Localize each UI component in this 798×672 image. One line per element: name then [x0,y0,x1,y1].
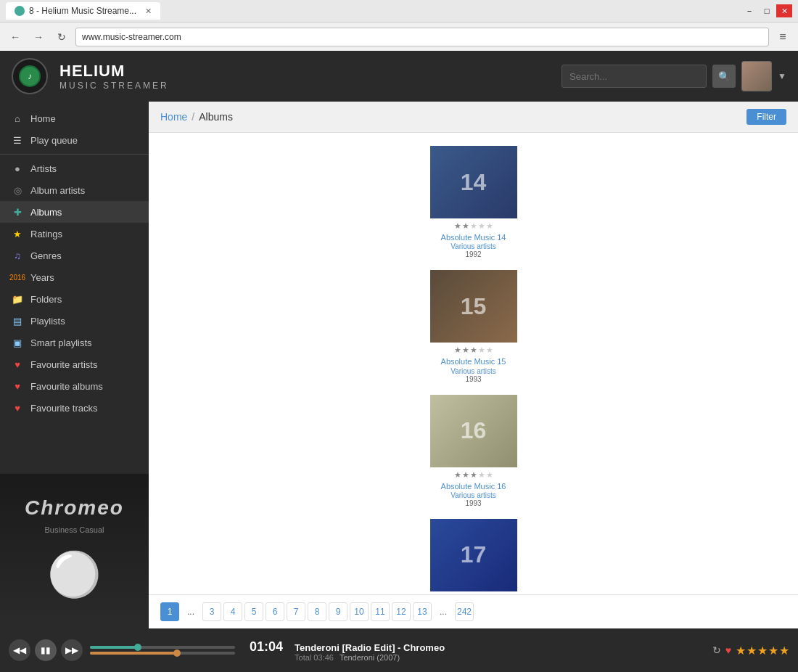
search-button[interactable]: 🔍 [712,65,736,88]
sidebar-item-smart-playlists[interactable]: ▣ Smart playlists [0,332,149,353]
progress-bar[interactable] [90,646,235,649]
sidebar-item-artists[interactable]: ● Artists [0,157,149,179]
album-card[interactable]: 17★★★★★Absolute Music 17Various artists1… [160,513,786,594]
home-icon: ⌂ [12,112,23,124]
page-button[interactable]: 1 [160,602,179,621]
volume-thumb [173,650,181,657]
sidebar-label-artists: Artists [30,163,57,174]
sidebar-item-years[interactable]: 2016 Years [0,266,149,288]
repeat-icon[interactable]: ↻ [712,644,721,656]
album-title[interactable]: Absolute Music 15 [441,356,506,366]
browser-menu-button[interactable]: ≡ [773,28,792,46]
sidebar-item-folders[interactable]: 📁 Folders [0,288,149,310]
tab-title: 8 - Helium Music Streame... [29,6,136,16]
player-star[interactable]: ★ [757,644,768,657]
page-button[interactable]: 6 [266,602,284,621]
track-time-total: Total 03:46 [295,653,334,662]
address-bar[interactable] [75,28,769,46]
player-controls: ◀◀ ▮▮ ▶▶ [9,639,83,661]
sidebar-item-genres[interactable]: ♫ Genres [0,245,149,266]
album-artist[interactable]: Various artists [451,242,496,250]
sidebar-item-album-artists[interactable]: ◎ Album artists [0,179,149,201]
next-button[interactable]: ▶▶ [61,639,83,661]
page-button[interactable]: 242 [455,602,474,621]
sidebar-item-play-queue[interactable]: ☰ Play queue [0,129,149,151]
track-sub: Tenderoni (2007) [340,653,400,662]
album-artists-icon: ◎ [12,184,23,196]
favourite-icon[interactable]: ♥ [725,644,731,656]
sidebar-item-favourite-tracks[interactable]: ♥ Favourite tracks [0,397,149,419]
player-star[interactable]: ★ [736,644,746,657]
album-card[interactable]: 15★★★★★Absolute Music 15Various artists1… [160,264,786,388]
fav-tracks-icon: ♥ [12,402,23,414]
tab-close-icon[interactable]: ✕ [145,7,152,16]
album-stars: ★★★★★ [454,470,493,480]
sidebar-item-ratings[interactable]: ★ Ratings [0,223,149,245]
player-star[interactable]: ★ [746,644,757,657]
album-stars: ★★★★★ [454,221,493,231]
restore-button[interactable]: □ [759,4,775,17]
sidebar-item-favourite-albums[interactable]: ♥ Favourite albums [0,375,149,397]
page-button[interactable]: 9 [329,602,347,621]
pause-button[interactable]: ▮▮ [35,639,57,661]
now-playing-thumb: Chromeo Business Casual ⚪ [0,474,149,623]
window-controls: − □ ✕ [741,4,792,17]
tab-favicon [15,6,25,16]
minimize-button[interactable]: − [741,4,757,17]
page-button[interactable]: 13 [413,602,432,621]
breadcrumb: Home / Albums [160,111,233,123]
fav-artists-icon: ♥ [12,358,23,370]
sidebar-label-fav-artists: Favourite artists [30,359,97,370]
page-button[interactable]: 8 [308,602,326,621]
track-name: Tenderoni [Radio Edit] - Chromeo [295,642,445,653]
sidebar: ⌂ Home ☰ Play queue ● Artists ◎ Album ar… [0,102,149,628]
page-button[interactable]: 4 [223,602,242,621]
page-button[interactable]: 7 [287,602,305,621]
track-time-current: 01:04 [250,639,283,655]
app-title-area: HELIUM MUSIC STREAMER [59,62,169,91]
page-button[interactable]: 10 [350,602,369,621]
player-star[interactable]: ★ [768,644,778,657]
logo-inner: ♪ [19,65,41,87]
progress-thumb [134,644,141,651]
breadcrumb-home[interactable]: Home [160,111,187,123]
page-button[interactable]: 12 [392,602,411,621]
years-icon: 2016 [12,271,23,283]
previous-button[interactable]: ◀◀ [9,639,30,661]
page-button[interactable]: 3 [202,602,221,621]
app-header: ♪ HELIUM MUSIC STREAMER 🔍 ▼ [0,51,798,102]
back-button[interactable]: ← [6,28,25,46]
albums-icon: ✚ [12,206,23,218]
album-year: 1992 [465,250,481,258]
sidebar-item-home[interactable]: ⌂ Home [0,107,149,129]
search-input[interactable] [562,65,707,88]
close-button[interactable]: ✕ [776,4,792,17]
player-star[interactable]: ★ [779,644,789,657]
breadcrumb-separator: / [192,111,194,123]
progress-fill [90,646,138,649]
page-button[interactable]: 11 [371,602,390,621]
playlists-icon: ▤ [12,315,23,327]
sidebar-item-playlists[interactable]: ▤ Playlists [0,310,149,332]
player-bar: ◀◀ ▮▮ ▶▶ 01:04 Tenderoni [Radio Edit] - … [0,628,798,672]
page-button[interactable]: 5 [244,602,263,621]
album-artist[interactable]: Various artists [451,491,496,499]
album-artist[interactable]: Various artists [451,367,496,375]
album-cover: 15 [430,270,517,343]
user-avatar[interactable] [741,61,772,91]
user-dropdown-icon[interactable]: ▼ [778,71,786,81]
reload-button[interactable]: ↻ [52,28,71,46]
album-title[interactable]: Absolute Music 14 [441,232,506,242]
forward-button[interactable]: → [29,28,48,46]
album-year: 1993 [465,375,481,383]
track-info: 01:04 Tenderoni [Radio Edit] - Chromeo T… [242,639,705,662]
album-card[interactable]: 14★★★★★Absolute Music 14Various artists1… [160,140,786,264]
album-card[interactable]: 16★★★★★Absolute Music 16Various artists1… [160,389,786,513]
sidebar-item-albums[interactable]: ✚ Albums [0,201,149,223]
filter-button[interactable]: Filter [746,109,786,125]
sidebar-label-home: Home [30,113,56,124]
sidebar-item-favourite-artists[interactable]: ♥ Favourite artists [0,353,149,375]
volume-bar[interactable] [90,652,235,655]
fav-albums-icon: ♥ [12,380,23,392]
album-title[interactable]: Absolute Music 16 [441,481,506,491]
